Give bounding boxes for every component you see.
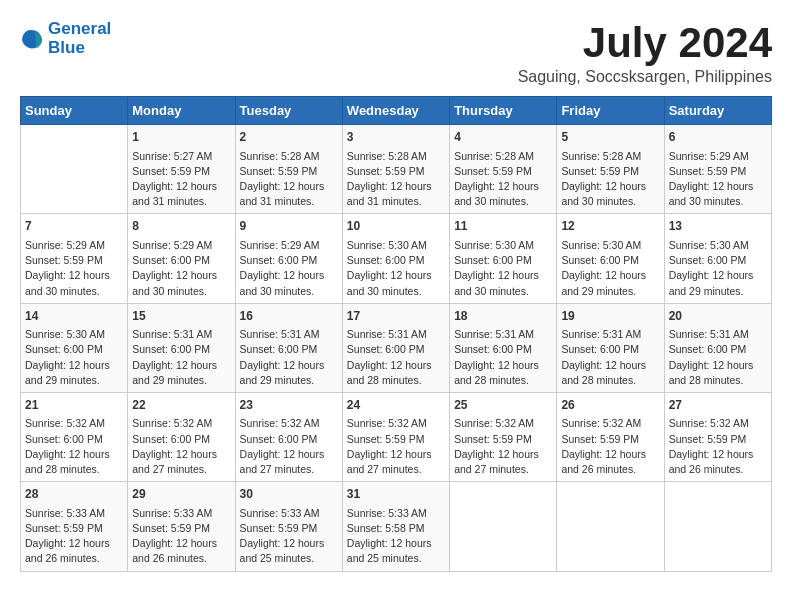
cell-content: Sunrise: 5:31 AM Sunset: 6:00 PM Dayligh… — [561, 327, 659, 388]
weekday-header-cell: Wednesday — [342, 97, 449, 125]
calendar-cell: 14Sunrise: 5:30 AM Sunset: 6:00 PM Dayli… — [21, 303, 128, 392]
logo-text: General Blue — [48, 20, 111, 57]
calendar-week-row: 21Sunrise: 5:32 AM Sunset: 6:00 PM Dayli… — [21, 392, 772, 481]
title-block: July 2024 Saguing, Soccsksargen, Philipp… — [518, 20, 772, 86]
cell-content: Sunrise: 5:31 AM Sunset: 6:00 PM Dayligh… — [669, 327, 767, 388]
day-number: 29 — [132, 486, 230, 503]
calendar-cell: 30Sunrise: 5:33 AM Sunset: 5:59 PM Dayli… — [235, 482, 342, 571]
day-number: 20 — [669, 308, 767, 325]
day-number: 27 — [669, 397, 767, 414]
cell-content: Sunrise: 5:31 AM Sunset: 6:00 PM Dayligh… — [454, 327, 552, 388]
calendar-cell — [21, 125, 128, 214]
cell-content: Sunrise: 5:32 AM Sunset: 6:00 PM Dayligh… — [240, 416, 338, 477]
cell-content: Sunrise: 5:32 AM Sunset: 6:00 PM Dayligh… — [25, 416, 123, 477]
cell-content: Sunrise: 5:27 AM Sunset: 5:59 PM Dayligh… — [132, 149, 230, 210]
calendar-cell: 18Sunrise: 5:31 AM Sunset: 6:00 PM Dayli… — [450, 303, 557, 392]
calendar-cell: 11Sunrise: 5:30 AM Sunset: 6:00 PM Dayli… — [450, 214, 557, 303]
calendar-cell: 12Sunrise: 5:30 AM Sunset: 6:00 PM Dayli… — [557, 214, 664, 303]
weekday-header-cell: Thursday — [450, 97, 557, 125]
cell-content: Sunrise: 5:33 AM Sunset: 5:59 PM Dayligh… — [132, 506, 230, 567]
calendar-cell: 29Sunrise: 5:33 AM Sunset: 5:59 PM Dayli… — [128, 482, 235, 571]
calendar-cell: 19Sunrise: 5:31 AM Sunset: 6:00 PM Dayli… — [557, 303, 664, 392]
weekday-header-cell: Sunday — [21, 97, 128, 125]
day-number: 6 — [669, 129, 767, 146]
calendar-cell: 15Sunrise: 5:31 AM Sunset: 6:00 PM Dayli… — [128, 303, 235, 392]
weekday-header-cell: Friday — [557, 97, 664, 125]
cell-content: Sunrise: 5:28 AM Sunset: 5:59 PM Dayligh… — [454, 149, 552, 210]
day-number: 4 — [454, 129, 552, 146]
calendar-cell: 13Sunrise: 5:30 AM Sunset: 6:00 PM Dayli… — [664, 214, 771, 303]
day-number: 3 — [347, 129, 445, 146]
calendar-cell: 4Sunrise: 5:28 AM Sunset: 5:59 PM Daylig… — [450, 125, 557, 214]
day-number: 12 — [561, 218, 659, 235]
cell-content: Sunrise: 5:30 AM Sunset: 6:00 PM Dayligh… — [347, 238, 445, 299]
weekday-header-cell: Monday — [128, 97, 235, 125]
cell-content: Sunrise: 5:28 AM Sunset: 5:59 PM Dayligh… — [347, 149, 445, 210]
day-number: 23 — [240, 397, 338, 414]
cell-content: Sunrise: 5:30 AM Sunset: 6:00 PM Dayligh… — [454, 238, 552, 299]
logo-icon — [20, 27, 44, 51]
cell-content: Sunrise: 5:31 AM Sunset: 6:00 PM Dayligh… — [347, 327, 445, 388]
calendar-cell: 7Sunrise: 5:29 AM Sunset: 5:59 PM Daylig… — [21, 214, 128, 303]
cell-content: Sunrise: 5:29 AM Sunset: 6:00 PM Dayligh… — [132, 238, 230, 299]
cell-content: Sunrise: 5:29 AM Sunset: 5:59 PM Dayligh… — [669, 149, 767, 210]
calendar-cell: 3Sunrise: 5:28 AM Sunset: 5:59 PM Daylig… — [342, 125, 449, 214]
day-number: 9 — [240, 218, 338, 235]
day-number: 31 — [347, 486, 445, 503]
day-number: 30 — [240, 486, 338, 503]
month-title: July 2024 — [518, 20, 772, 66]
day-number: 5 — [561, 129, 659, 146]
day-number: 24 — [347, 397, 445, 414]
calendar-cell: 9Sunrise: 5:29 AM Sunset: 6:00 PM Daylig… — [235, 214, 342, 303]
calendar-week-row: 28Sunrise: 5:33 AM Sunset: 5:59 PM Dayli… — [21, 482, 772, 571]
day-number: 15 — [132, 308, 230, 325]
cell-content: Sunrise: 5:32 AM Sunset: 5:59 PM Dayligh… — [561, 416, 659, 477]
day-number: 13 — [669, 218, 767, 235]
calendar-cell: 6Sunrise: 5:29 AM Sunset: 5:59 PM Daylig… — [664, 125, 771, 214]
day-number: 21 — [25, 397, 123, 414]
calendar-cell — [557, 482, 664, 571]
cell-content: Sunrise: 5:32 AM Sunset: 5:59 PM Dayligh… — [669, 416, 767, 477]
calendar-week-row: 1Sunrise: 5:27 AM Sunset: 5:59 PM Daylig… — [21, 125, 772, 214]
calendar-cell — [664, 482, 771, 571]
cell-content: Sunrise: 5:30 AM Sunset: 6:00 PM Dayligh… — [669, 238, 767, 299]
day-number: 7 — [25, 218, 123, 235]
calendar-week-row: 14Sunrise: 5:30 AM Sunset: 6:00 PM Dayli… — [21, 303, 772, 392]
day-number: 18 — [454, 308, 552, 325]
calendar-cell: 25Sunrise: 5:32 AM Sunset: 5:59 PM Dayli… — [450, 392, 557, 481]
page-header: General Blue July 2024 Saguing, Soccsksa… — [20, 20, 772, 86]
calendar-cell: 10Sunrise: 5:30 AM Sunset: 6:00 PM Dayli… — [342, 214, 449, 303]
day-number: 16 — [240, 308, 338, 325]
calendar-cell: 28Sunrise: 5:33 AM Sunset: 5:59 PM Dayli… — [21, 482, 128, 571]
calendar-cell: 16Sunrise: 5:31 AM Sunset: 6:00 PM Dayli… — [235, 303, 342, 392]
calendar-cell: 23Sunrise: 5:32 AM Sunset: 6:00 PM Dayli… — [235, 392, 342, 481]
cell-content: Sunrise: 5:29 AM Sunset: 5:59 PM Dayligh… — [25, 238, 123, 299]
day-number: 10 — [347, 218, 445, 235]
day-number: 1 — [132, 129, 230, 146]
cell-content: Sunrise: 5:33 AM Sunset: 5:59 PM Dayligh… — [240, 506, 338, 567]
calendar-body: 1Sunrise: 5:27 AM Sunset: 5:59 PM Daylig… — [21, 125, 772, 571]
day-number: 26 — [561, 397, 659, 414]
cell-content: Sunrise: 5:33 AM Sunset: 5:59 PM Dayligh… — [25, 506, 123, 567]
location: Saguing, Soccsksargen, Philippines — [518, 68, 772, 86]
cell-content: Sunrise: 5:33 AM Sunset: 5:58 PM Dayligh… — [347, 506, 445, 567]
calendar-cell: 17Sunrise: 5:31 AM Sunset: 6:00 PM Dayli… — [342, 303, 449, 392]
day-number: 2 — [240, 129, 338, 146]
day-number: 8 — [132, 218, 230, 235]
day-number: 22 — [132, 397, 230, 414]
calendar-table: SundayMondayTuesdayWednesdayThursdayFrid… — [20, 96, 772, 571]
weekday-header-cell: Saturday — [664, 97, 771, 125]
cell-content: Sunrise: 5:30 AM Sunset: 6:00 PM Dayligh… — [561, 238, 659, 299]
cell-content: Sunrise: 5:28 AM Sunset: 5:59 PM Dayligh… — [561, 149, 659, 210]
calendar-cell: 27Sunrise: 5:32 AM Sunset: 5:59 PM Dayli… — [664, 392, 771, 481]
calendar-cell: 8Sunrise: 5:29 AM Sunset: 6:00 PM Daylig… — [128, 214, 235, 303]
logo: General Blue — [20, 20, 111, 57]
cell-content: Sunrise: 5:29 AM Sunset: 6:00 PM Dayligh… — [240, 238, 338, 299]
day-number: 17 — [347, 308, 445, 325]
calendar-cell: 2Sunrise: 5:28 AM Sunset: 5:59 PM Daylig… — [235, 125, 342, 214]
day-number: 28 — [25, 486, 123, 503]
cell-content: Sunrise: 5:32 AM Sunset: 5:59 PM Dayligh… — [347, 416, 445, 477]
calendar-week-row: 7Sunrise: 5:29 AM Sunset: 5:59 PM Daylig… — [21, 214, 772, 303]
calendar-cell: 5Sunrise: 5:28 AM Sunset: 5:59 PM Daylig… — [557, 125, 664, 214]
calendar-cell: 1Sunrise: 5:27 AM Sunset: 5:59 PM Daylig… — [128, 125, 235, 214]
